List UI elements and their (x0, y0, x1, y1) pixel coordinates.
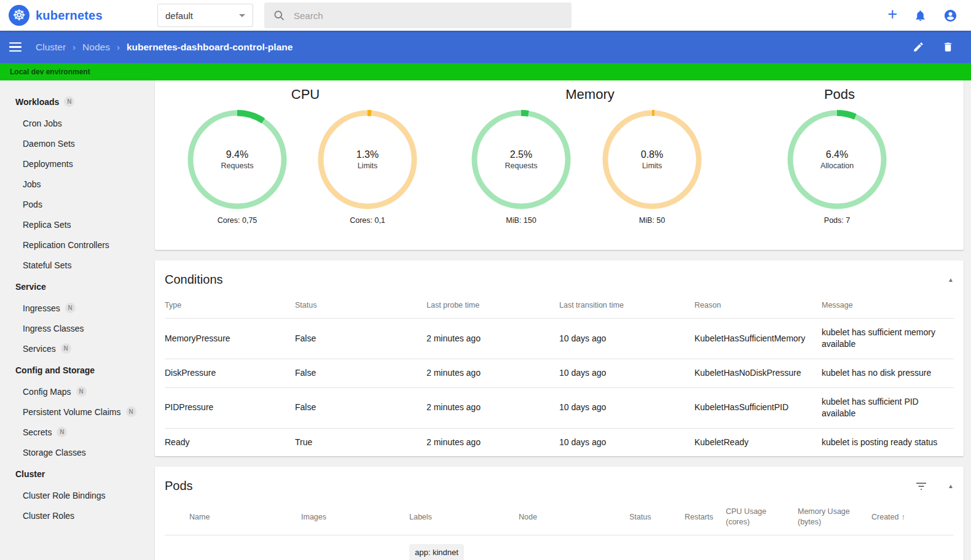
breadcrumb-bar: Cluster›Nodes›kubernetes-dashboard-contr… (0, 31, 971, 63)
namespace-select[interactable]: default (157, 4, 253, 27)
column-header-label: Labels (409, 513, 432, 521)
column-header[interactable]: Restarts (685, 497, 726, 535)
column-header[interactable]: Images (301, 497, 409, 535)
sidebar-section-workloads[interactable]: WorkloadsN (0, 90, 152, 113)
cell: KubeletHasNoDiskPressure (694, 359, 822, 388)
column-header[interactable]: Last probe time (427, 290, 559, 318)
edit-icon[interactable] (913, 41, 924, 53)
table-row: kindnet-fmj8ddocker.io/kindest/kindnetd:… (165, 535, 954, 560)
menu-icon[interactable] (9, 42, 22, 52)
gauge-label: Allocation (786, 161, 888, 170)
sidebar-section-label: Config and Storage (15, 365, 95, 375)
kubernetes-logo-icon: ☸ (9, 5, 29, 26)
add-icon[interactable]: + (887, 8, 897, 23)
column-header[interactable]: Labels (409, 497, 519, 535)
cell-name: kindnet-fmj8d (189, 535, 301, 560)
table-row: MemoryPressureFalse2 minutes ago10 days … (165, 318, 954, 359)
conditions-table: TypeStatusLast probe timeLast transition… (165, 290, 954, 456)
environment-banner: Local dev environment (0, 63, 971, 80)
sidebar-item-cluster-role-bindings[interactable]: Cluster Role Bindings (0, 485, 152, 505)
namespace-value: default (165, 10, 193, 21)
gauge-cpu-limits: 1.3%LimitsCores: 0,1 (316, 109, 419, 225)
column-header-status-dot (165, 497, 189, 535)
sidebar-section-config-and-storage[interactable]: Config and Storage (0, 359, 152, 381)
gauge-group-title-memory: Memory (565, 87, 614, 103)
breadcrumb-link-cluster[interactable]: Cluster (36, 42, 66, 53)
sidebar-item-storage-classes[interactable]: Storage Classes (0, 442, 152, 462)
column-header[interactable]: Memory Usage (bytes) (798, 497, 871, 535)
filter-icon[interactable] (916, 482, 927, 491)
new-badge: N (76, 386, 87, 397)
sidebar-item-ingress-classes[interactable]: Ingress Classes (0, 318, 152, 338)
column-header[interactable]: Status (295, 290, 427, 318)
cell: KubeletReady (694, 428, 822, 456)
search-box[interactable] (264, 2, 572, 28)
sidebar-item-replica-sets[interactable]: Replica Sets (0, 214, 152, 235)
column-header[interactable]: Created↑ (871, 497, 939, 535)
delete-icon[interactable] (942, 41, 954, 53)
sidebar-item-label: Storage Classes (23, 448, 86, 457)
sidebar-item-deployments[interactable]: Deployments (0, 154, 152, 174)
sidebar-item-pods[interactable]: Pods (0, 194, 152, 214)
sidebar-item-daemon-sets[interactable]: Daemon Sets (0, 133, 152, 154)
gauge-percent: 1.3% (316, 149, 419, 160)
main-area: WorkloadsNCron JobsDaemon SetsDeployment… (0, 80, 971, 560)
column-header[interactable]: Reason (694, 290, 822, 318)
cell-labels: app: kindnetcontroller-revision-hash: 58… (409, 535, 519, 560)
cell: False (295, 318, 427, 359)
sidebar-item-label: Cluster Role Bindings (23, 491, 106, 500)
gauge-group-title-pods: Pods (824, 87, 855, 103)
gauge-center-text: 2.5%Requests (470, 149, 572, 170)
notifications-icon[interactable] (914, 9, 927, 22)
label-chip: app: kindnet (409, 544, 464, 560)
collapse-icon[interactable]: ▲ (948, 276, 954, 283)
breadcrumb-link-nodes[interactable]: Nodes (82, 42, 110, 53)
cell: kubelet has sufficient memory available (822, 318, 954, 359)
column-header[interactable]: Status (629, 497, 685, 535)
sidebar-item-ingresses[interactable]: IngressesN (0, 298, 152, 318)
top-bar: ☸ kubernetes default + (0, 0, 971, 31)
search-input[interactable] (294, 10, 563, 21)
account-icon[interactable] (943, 9, 957, 23)
cell: True (295, 428, 427, 456)
sidebar-item-secrets[interactable]: SecretsN (0, 422, 152, 442)
sidebar-item-label: Deployments (23, 159, 73, 169)
gauge-label: Requests (470, 161, 572, 170)
sidebar-section-cluster[interactable]: Cluster (0, 462, 152, 485)
sidebar-item-label: Ingress Classes (23, 324, 84, 333)
gauge-cpu-requests: 9.4%RequestsCores: 0,75 (186, 109, 288, 225)
gauge-center-text: 1.3%Limits (316, 149, 419, 170)
collapse-icon[interactable]: ▲ (948, 483, 954, 489)
column-header[interactable]: Node (519, 497, 629, 535)
cell: 2 minutes ago (427, 387, 559, 428)
cell: 10 days ago (559, 359, 694, 388)
column-header[interactable]: CPU Usage (cores) (726, 497, 798, 535)
gauge-memory-requests: 2.5%RequestsMiB: 150 (470, 109, 572, 225)
sidebar-item-services[interactable]: ServicesN (0, 338, 152, 359)
sidebar-item-jobs[interactable]: Jobs (0, 174, 152, 194)
chevron-down-icon (239, 14, 245, 17)
column-header[interactable]: Name (189, 497, 301, 535)
sidebar-item-cron-jobs[interactable]: Cron Jobs (0, 113, 152, 133)
column-header[interactable]: Type (165, 290, 295, 318)
column-header[interactable]: Message (822, 290, 954, 318)
table-row: PIDPressureFalse2 minutes ago10 days ago… (165, 387, 954, 428)
sort-ascending-icon: ↑ (901, 512, 905, 521)
sidebar-item-label: Cron Jobs (23, 119, 62, 128)
allocation-card: CPUMemoryPods9.4%RequestsCores: 0,751.3%… (155, 80, 964, 250)
breadcrumb-current: kubernetes-dashboard-control-plane (127, 42, 293, 53)
gauge-caption: Cores: 0,1 (316, 216, 419, 225)
sidebar-item-stateful-sets[interactable]: Stateful Sets (0, 255, 152, 275)
top-actions: + (887, 0, 957, 31)
sidebar-item-config-maps[interactable]: Config MapsN (0, 381, 152, 402)
column-header[interactable]: Last transition time (559, 290, 694, 318)
cell: kubelet has sufficient PID available (822, 387, 954, 428)
sidebar-item-persistent-volume-claims[interactable]: Persistent Volume ClaimsN (0, 402, 152, 422)
sidebar-item-replication-controllers[interactable]: Replication Controllers (0, 235, 152, 255)
sidebar-item-cluster-roles[interactable]: Cluster Roles (0, 505, 152, 526)
cell: Ready (165, 428, 295, 456)
gauge-percent: 2.5% (470, 149, 572, 160)
sidebar-section-service[interactable]: Service (0, 275, 152, 298)
new-badge: N (126, 406, 136, 417)
brand[interactable]: ☸ kubernetes (9, 0, 103, 31)
